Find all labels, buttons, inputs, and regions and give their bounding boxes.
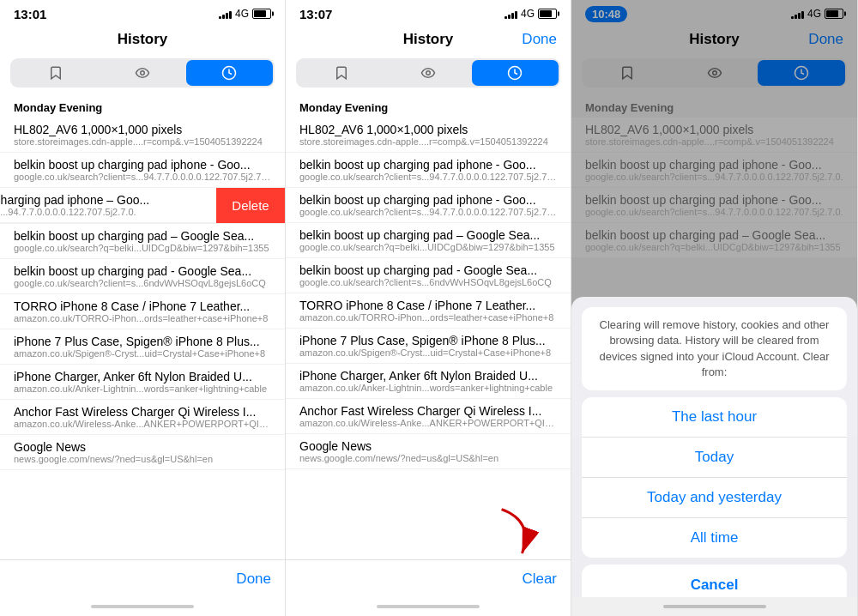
- item-url: amazon.co.uk/TORRO-iPhon...ords=leather+…: [14, 313, 271, 323]
- modal-options: The last hour Today Today and yesterday …: [582, 397, 847, 558]
- modal-overlay: Clearing will remove history, cookies an…: [571, 0, 857, 616]
- swipe-content[interactable]: boost up charging pad iphone – Goo... uk…: [0, 188, 216, 223]
- list-item[interactable]: iPhone 7 Plus Case, Spigen® iPhone 8 Plu…: [286, 329, 571, 364]
- tab-bar-1: [10, 58, 275, 88]
- bottom-bar-2: Clear: [286, 559, 571, 597]
- network-type-1: 4G: [235, 8, 249, 20]
- list-item[interactable]: iPhone 7 Plus Case, Spigen® iPhone 8 Plu…: [0, 329, 285, 365]
- list-item[interactable]: belkin boost up charging pad – Google Se…: [286, 223, 571, 258]
- bottom-bar-1: Done: [0, 559, 285, 597]
- clear-all-time[interactable]: All time: [582, 518, 847, 558]
- item-title: belkin boost up charging pad iphone - Go…: [14, 158, 271, 172]
- nav-bar-1: History: [0, 24, 285, 58]
- item-title: belkin boost up charging pad iphone - Go…: [299, 158, 557, 172]
- modal-sheet: Clearing will remove history, cookies an…: [571, 297, 857, 616]
- item-url: amazon.co.uk/Wireless-Anke...ANKER+POWER…: [14, 419, 271, 429]
- home-indicator-2: [286, 597, 571, 616]
- item-url: google.co.uk/search?client=s...6ndvWvHSO…: [299, 277, 557, 287]
- list-item[interactable]: HL802_AV6 1,000×1,000 pixels store.store…: [0, 118, 285, 153]
- item-url: store.storeimages.cdn-apple....r=comp&.v…: [14, 136, 271, 147]
- list-item[interactable]: TORRO iPhone 8 Case / iPhone 7 Leather..…: [286, 293, 571, 329]
- svg-point-2: [426, 71, 431, 75]
- clear-last-hour[interactable]: The last hour: [582, 397, 847, 438]
- list-item[interactable]: belkin boost up charging pad iphone - Go…: [286, 188, 571, 223]
- item-url: news.google.com/news/?ned=us&gl=US&hl=en: [299, 453, 557, 463]
- svg-point-0: [141, 71, 145, 75]
- swipe-delete-row: boost up charging pad iphone – Goo... uk…: [0, 188, 285, 224]
- battery-icon-1: [252, 9, 271, 19]
- delete-button[interactable]: Delete: [216, 188, 285, 223]
- item-title: Anchor Fast Wireless Charger Qi Wireless…: [14, 405, 271, 419]
- list-item[interactable]: Anchor Fast Wireless Charger Qi Wireless…: [0, 400, 285, 435]
- item-title: Google News: [299, 439, 557, 453]
- status-bar-1: 13:01 4G: [0, 0, 285, 24]
- list-item[interactable]: belkin boost up charging pad iphone - Go…: [0, 153, 285, 188]
- item-url: amazon.co.uk/Anker-Lightnin...words=anke…: [299, 383, 557, 393]
- signal-icon-2: [505, 9, 517, 19]
- phone-panel-3: 10:48 4G History Done: [571, 0, 858, 616]
- tab-reading-2[interactable]: [384, 60, 471, 86]
- item-title: Anchor Fast Wireless Charger Qi Wireless…: [299, 404, 557, 418]
- item-url: amazon.co.uk/Spigen®-Cryst...uid=Crystal…: [299, 347, 557, 358]
- clear-today-yesterday[interactable]: Today and yesterday: [582, 478, 847, 518]
- item-title: TORRO iPhone 8 Case / iPhone 7 Leather..…: [299, 299, 557, 312]
- item-url: google.co.uk/search?client=s...94.7.7.0.…: [299, 207, 557, 217]
- item-title: belkin boost up charging pad iphone - Go…: [299, 193, 557, 207]
- item-title: HL802_AV6 1,000×1,000 pixels: [14, 123, 271, 136]
- item-title: belkin boost up charging pad – Google Se…: [14, 229, 271, 243]
- history-list-1: Monday Evening HL802_AV6 1,000×1,000 pix…: [0, 94, 285, 559]
- phone-panel-2: 13:07 4G History Done: [286, 0, 571, 616]
- status-icons-2: 4G: [505, 8, 557, 20]
- nav-title-1: History: [118, 31, 168, 48]
- list-item[interactable]: belkin boost up charging pad iphone - Go…: [286, 153, 571, 188]
- status-time-2: 13:07: [299, 7, 332, 21]
- nav-bar-2: History Done: [286, 24, 571, 58]
- swipe-item-title: boost up charging pad iphone – Goo...: [0, 193, 202, 207]
- item-url: amazon.co.uk/Spigen®-Cryst...uid=Crystal…: [14, 348, 271, 359]
- done-button-1[interactable]: Done: [236, 571, 271, 588]
- history-list-2: Monday Evening HL802_AV6 1,000×1,000 pix…: [286, 94, 571, 559]
- clear-button-2[interactable]: Clear: [522, 571, 557, 588]
- section-header-1: Monday Evening: [0, 94, 285, 118]
- list-item[interactable]: belkin boost up charging pad - Google Se…: [0, 259, 285, 294]
- item-url: google.co.uk/search?client=s...6ndvWvHSO…: [14, 278, 271, 288]
- nav-done-2[interactable]: Done: [522, 31, 557, 48]
- clear-today[interactable]: Today: [582, 438, 847, 478]
- modal-info-text: Clearing will remove history, cookies an…: [594, 317, 835, 380]
- item-title: iPhone 7 Plus Case, Spigen® iPhone 8 Plu…: [299, 334, 557, 347]
- list-item[interactable]: belkin boost up charging pad - Google Se…: [286, 258, 571, 293]
- modal-info: Clearing will remove history, cookies an…: [582, 307, 847, 390]
- network-type-2: 4G: [521, 8, 535, 20]
- item-url: news.google.com/news/?ned=us&gl=US&hl=en: [14, 454, 271, 464]
- item-url: store.storeimages.cdn-apple....r=comp&.v…: [299, 136, 557, 147]
- tab-reading-1[interactable]: [99, 60, 185, 86]
- tab-bookmarks-2[interactable]: [298, 60, 384, 86]
- nav-title-2: History: [403, 31, 454, 48]
- item-title: iPhone Charger, Anker 6ft Nylon Braided …: [299, 369, 557, 383]
- tab-bar-2: [296, 58, 560, 88]
- item-title: belkin boost up charging pad – Google Se…: [299, 228, 557, 242]
- item-title: Google News: [14, 440, 271, 454]
- list-item[interactable]: belkin boost up charging pad – Google Se…: [0, 224, 285, 259]
- tab-history-1[interactable]: [186, 60, 273, 86]
- item-title: belkin boost up charging pad - Google Se…: [14, 264, 271, 278]
- list-item[interactable]: iPhone Charger, Anker 6ft Nylon Braided …: [0, 365, 285, 400]
- item-url: amazon.co.uk/Anker-Lightnin...words=anke…: [14, 383, 271, 394]
- list-item[interactable]: Google News news.google.com/news/?ned=us…: [0, 435, 285, 470]
- list-item[interactable]: TORRO iPhone 8 Case / iPhone 7 Leather..…: [0, 294, 285, 329]
- list-item[interactable]: iPhone Charger, Anker 6ft Nylon Braided …: [286, 364, 571, 399]
- list-item[interactable]: HL802_AV6 1,000×1,000 pixels store.store…: [286, 118, 571, 153]
- tab-bookmarks-1[interactable]: [12, 60, 99, 86]
- item-url: amazon.co.uk/TORRO-iPhon...ords=leather+…: [299, 312, 557, 323]
- item-url: google.co.uk/search?q=belki...UIDCgD&biw…: [299, 242, 557, 252]
- list-item[interactable]: Anchor Fast Wireless Charger Qi Wireless…: [286, 399, 571, 434]
- item-title: iPhone 7 Plus Case, Spigen® iPhone 8 Plu…: [14, 335, 271, 348]
- tab-history-2[interactable]: [472, 60, 559, 86]
- swipe-item-url: uk/search?cli...94.7.7.0.0.0.0.122.707.5…: [0, 207, 202, 217]
- item-title: belkin boost up charging pad - Google Se…: [299, 263, 557, 277]
- item-url: amazon.co.uk/Wireless-Anke...ANKER+POWER…: [299, 418, 557, 428]
- status-icons-1: 4G: [219, 8, 271, 20]
- list-item[interactable]: Google News news.google.com/news/?ned=us…: [286, 434, 571, 469]
- item-title: TORRO iPhone 8 Case / iPhone 7 Leather..…: [14, 299, 271, 313]
- home-indicator-1: [0, 597, 285, 616]
